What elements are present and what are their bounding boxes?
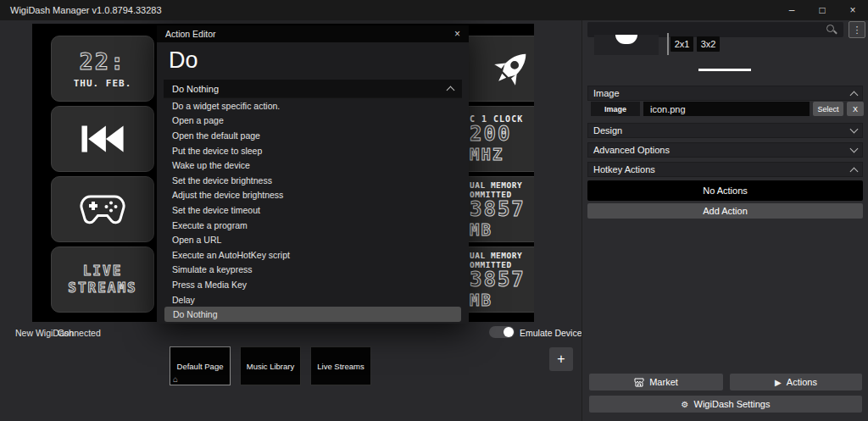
memory-value: 3857 [459, 199, 534, 220]
kebab-menu-button[interactable]: ⋮ [849, 21, 865, 38]
dropdown-item[interactable]: Delay [164, 292, 462, 307]
image-filename-field[interactable] [643, 102, 810, 116]
dropdown-item-label: Do a widget specific action. [172, 101, 280, 111]
home-icon: ⌂ [173, 374, 178, 384]
image-clear-button[interactable]: X [847, 102, 864, 116]
dialog-close-icon[interactable]: × [454, 28, 460, 40]
gamepad-icon [77, 191, 128, 227]
dropdown-item[interactable]: Do a widget specific action. [164, 98, 462, 114]
dropdown-item-label: Open a page [172, 115, 224, 125]
dropdown-item-label: Press a Media Key [172, 280, 247, 290]
wigidash-settings-button[interactable]: ⚙ WigiDash Settings [589, 396, 862, 413]
dropdown-item-label: Wake up the device [172, 160, 250, 170]
carousel-indicator[interactable] [698, 69, 751, 71]
gpu-clock-value: 200 [459, 124, 534, 145]
dropdown-item[interactable]: Set the device brightness [164, 173, 462, 188]
close-button[interactable]: × [837, 0, 868, 20]
dropdown-item[interactable]: Simulate a keypress [164, 263, 462, 278]
titlebar: WigiDash Manager v1.0.8794.33283 – □ × [0, 0, 868, 20]
memory-label-line1: UAL MEMORY [459, 180, 534, 190]
chevron-up-icon [850, 167, 859, 175]
dropdown-item-label: Simulate a keypress [172, 264, 253, 274]
action-editor-heading: Do [169, 47, 198, 74]
dropdown-item[interactable]: Wake up the device [164, 158, 462, 173]
size-option-button[interactable]: 2x1 [670, 36, 693, 52]
widget-size-options: 2x1 3x2 [670, 36, 720, 52]
market-button[interactable]: Market [589, 374, 723, 391]
game-widget-tile[interactable] [51, 176, 154, 242]
dropdown-item[interactable]: Open a URL [164, 232, 462, 247]
rocket-widget-tile[interactable] [458, 36, 534, 102]
add-page-button[interactable]: + [549, 347, 573, 371]
section-label: Hotkey Actions [593, 164, 655, 174]
gpu-clock-unit: MHZ [459, 146, 534, 163]
memory-unit: MB [459, 221, 534, 239]
action-dropdown-list: Do a widget specific action. Open a page… [164, 98, 462, 322]
section-header-advanced-options[interactable]: Advanced Options [587, 142, 863, 158]
dropdown-item[interactable]: Open a page [164, 114, 462, 129]
action-dropdown: Do Nothing Do a widget specific action. … [164, 80, 462, 322]
gear-icon: ⚙ [682, 400, 689, 409]
dropdown-item-label: Execute a program [172, 220, 248, 230]
dropdown-item-label: Set the device timeout [172, 205, 260, 215]
gpu-clock-widget-tile[interactable]: C 1 CLOCK 200 MHZ [458, 106, 534, 172]
add-action-button[interactable]: Add Action [587, 203, 863, 219]
dropdown-item[interactable]: Do Nothing [164, 307, 461, 322]
market-icon [634, 378, 644, 387]
dropdown-item[interactable]: Open the default page [164, 128, 462, 143]
page-tab[interactable]: Default Page ⌂ [170, 346, 231, 385]
dropdown-item[interactable]: Press a Media Key [164, 277, 462, 292]
rocket-icon [487, 45, 534, 92]
chevron-down-icon [850, 145, 859, 153]
clock-widget-tile[interactable]: 22: THU. FEB. [51, 36, 154, 102]
dropdown-item[interactable]: Put the device to sleep [164, 143, 462, 158]
page-tab[interactable]: Live Streams ⌂ [310, 346, 371, 385]
action-editor-dialog: Action Editor × Do Do Nothing Do a widge… [157, 25, 469, 324]
emulate-touch-toggle[interactable] [489, 326, 515, 338]
section-header-image[interactable]: Image [587, 86, 863, 101]
memory-label-line1: UAL MEMORY [459, 251, 534, 260]
dropdown-item[interactable]: Set the device timeout [164, 202, 462, 218]
minimize-button[interactable]: – [776, 0, 807, 20]
dropdown-item-label: Open a URL [172, 235, 221, 245]
action-editor-title: Action Editor [165, 29, 216, 39]
right-panel: ⋮ 2x1 3x2 Image Image Select X Design Ad… [581, 20, 868, 421]
market-label: Market [649, 377, 678, 387]
action-dropdown-selected[interactable]: Do Nothing [164, 80, 462, 98]
dropdown-item-label: Open the default page [172, 130, 260, 141]
toggle-knob [504, 327, 514, 337]
size-option-label: 2x1 [675, 39, 690, 49]
virtual-memory-widget-tile-2[interactable]: UAL MEMORY OMMITTED 3857 MB [458, 247, 534, 313]
image-select-button[interactable]: Select [813, 102, 843, 116]
chevron-up-icon [447, 86, 455, 95]
maximize-button[interactable]: □ [807, 0, 837, 20]
dropdown-item-label: Adjust the device brightness [172, 190, 283, 200]
dropdown-item[interactable]: Execute a program [164, 218, 462, 233]
chevron-up-icon [850, 91, 859, 99]
search-icon [826, 25, 834, 32]
size-separator [667, 33, 669, 55]
virtual-memory-widget-tile-1[interactable]: UAL MEMORY OMMITTED 3857 MB [458, 176, 534, 242]
page-tab-label: Default Page [175, 362, 226, 371]
selected-action-label: Do Nothing [172, 84, 219, 94]
section-label: Advanced Options [593, 145, 670, 155]
dropdown-item[interactable]: Execute an AutoHotKey script [164, 247, 462, 263]
media-previous-widget-tile[interactable] [51, 106, 154, 172]
dropdown-item[interactable]: Adjust the device brightness [164, 188, 462, 203]
section-header-hotkey-actions[interactable]: Hotkey Actions [587, 162, 863, 177]
settings-label: WigiDash Settings [694, 399, 771, 409]
connection-status-label: Connected [58, 328, 101, 338]
app-title: WigiDash Manager v1.0.8794.33283 [0, 5, 162, 15]
live-streams-widget-tile[interactable]: LIVE STREAMS [51, 247, 154, 313]
dropdown-item-label: Set the device brightness [172, 175, 272, 186]
section-label: Design [593, 125, 622, 136]
action-editor-header: Action Editor × [157, 25, 469, 42]
size-option-button[interactable]: 3x2 [697, 36, 720, 52]
chevron-down-icon [850, 125, 859, 134]
page-tab[interactable]: Music Library ⌂ [240, 346, 301, 385]
live-streams-line2: STREAMS [68, 280, 136, 296]
actions-button[interactable]: ▶ Actions [730, 374, 862, 391]
widget-thumbnail[interactable] [594, 35, 659, 55]
size-option-label: 3x2 [701, 39, 716, 49]
section-header-design[interactable]: Design [587, 123, 863, 138]
